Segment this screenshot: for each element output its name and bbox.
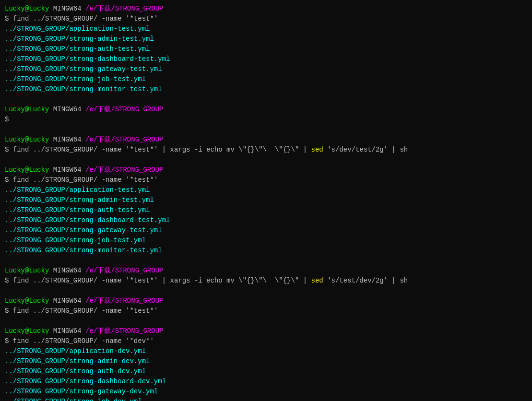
output-1-5: ../STRONG_GROUP/strong-gateway-test.yml [5, 64, 527, 74]
user-5: Lucky@Lucky [5, 267, 49, 274]
path-6: /e/下载/STRONG_GROUP [85, 297, 163, 305]
output-4-5: ../STRONG_GROUP/strong-gateway-test.yml [5, 225, 527, 236]
spacer-1 [5, 94, 527, 105]
user-2: Lucky@Lucky [5, 106, 49, 113]
prompt-line-7: Lucky@Lucky MINGW64 /e/下载/STRONG_GROUP [5, 326, 527, 336]
output-1-2: ../STRONG_GROUP/strong-admin-test.yml [5, 34, 527, 44]
user-4: Lucky@Lucky [5, 166, 49, 174]
output-7-5: ../STRONG_GROUP/strong-gateway-dev.yml [5, 387, 527, 397]
sed-highlight-1: sed [311, 146, 323, 153]
spacer-2 [5, 125, 527, 135]
shell-label-1: MINGW64 [49, 5, 85, 12]
output-7-4: ../STRONG_GROUP/strong-dashboard-dev.yml [5, 377, 527, 387]
spacer-3 [5, 155, 527, 165]
path-4: /e/下载/STRONG_GROUP [85, 166, 163, 174]
prompt-line-2: Lucky@Lucky MINGW64 /e/下载/STRONG_GROUP [5, 105, 527, 115]
prompt-line-5: Lucky@Lucky MINGW64 /e/下载/STRONG_GROUP [5, 266, 527, 276]
prompt-line-6: Lucky@Lucky MINGW64 /e/下载/STRONG_GROUP [5, 296, 527, 306]
output-1-3: ../STRONG_GROUP/strong-auth-test.yml [5, 44, 527, 54]
prompt-line-3: Lucky@Lucky MINGW64 /e/下载/STRONG_GROUP [5, 135, 527, 145]
command-line-6: $ find ../STRONG_GROUP/ -name '*test*' [5, 306, 527, 316]
output-4-4: ../STRONG_GROUP/strong-dashboard-test.ym… [5, 215, 527, 225]
output-1-4: ../STRONG_GROUP/strong-dashboard-test.ym… [5, 54, 527, 64]
output-4-1: ../STRONG_GROUP/application-test.yml [5, 185, 527, 195]
command-line-3: $ find ../STRONG_GROUP/ -name '*test*' |… [5, 145, 527, 155]
output-7-1: ../STRONG_GROUP/application-dev.yml [5, 346, 527, 356]
sed-highlight-2: sed [311, 277, 323, 284]
user-1: Lucky@Lucky [5, 5, 49, 12]
output-4-3: ../STRONG_GROUP/strong-auth-test.yml [5, 205, 527, 215]
output-1-7: ../STRONG_GROUP/strong-monitor-test.yml [5, 84, 527, 94]
output-4-7: ../STRONG_GROUP/strong-monitor-test.yml [5, 246, 527, 256]
user-3: Lucky@Lucky [5, 136, 49, 143]
command-line-5: $ find ../STRONG_GROUP/ -name '*test*' |… [5, 276, 527, 286]
command-line-2: $ [5, 115, 527, 125]
output-1-6: ../STRONG_GROUP/strong-job-test.yml [5, 74, 527, 84]
output-7-2: ../STRONG_GROUP/strong-admin-dev.yml [5, 356, 527, 366]
spacer-4 [5, 256, 527, 266]
terminal: Lucky@Lucky MINGW64 /e/下载/STRONG_GROUP $… [5, 4, 527, 401]
output-1-1: ../STRONG_GROUP/application-test.yml [5, 24, 527, 34]
path-2: /e/下载/STRONG_GROUP [85, 106, 163, 113]
output-4-2: ../STRONG_GROUP/strong-admin-test.yml [5, 195, 527, 205]
output-4-6: ../STRONG_GROUP/strong-job-test.yml [5, 236, 527, 246]
output-7-6: ../STRONG_GROUP/strong-job-dev.yml [5, 397, 527, 401]
prompt-line-1: Lucky@Lucky MINGW64 /e/下载/STRONG_GROUP [5, 4, 527, 14]
command-line-7: $ find ../STRONG_GROUP/ -name '*dev*' [5, 336, 527, 346]
user-7: Lucky@Lucky [5, 327, 49, 335]
prompt-line-4: Lucky@Lucky MINGW64 /e/下载/STRONG_GROUP [5, 165, 527, 175]
path-5: /e/下载/STRONG_GROUP [85, 267, 163, 274]
spacer-6 [5, 316, 527, 326]
command-line-4: $ find ../STRONG_GROUP/ -name '*test*' [5, 175, 527, 185]
command-line-1: $ find ../STRONG_GROUP/ -name '*test*' [5, 14, 527, 24]
path-1: /e/下载/STRONG_GROUP [85, 5, 163, 12]
path-3: /e/下载/STRONG_GROUP [85, 136, 163, 143]
output-7-3: ../STRONG_GROUP/strong-auth-dev.yml [5, 366, 527, 377]
spacer-5 [5, 286, 527, 296]
user-6: Lucky@Lucky [5, 297, 49, 305]
path-7: /e/下载/STRONG_GROUP [85, 327, 163, 335]
